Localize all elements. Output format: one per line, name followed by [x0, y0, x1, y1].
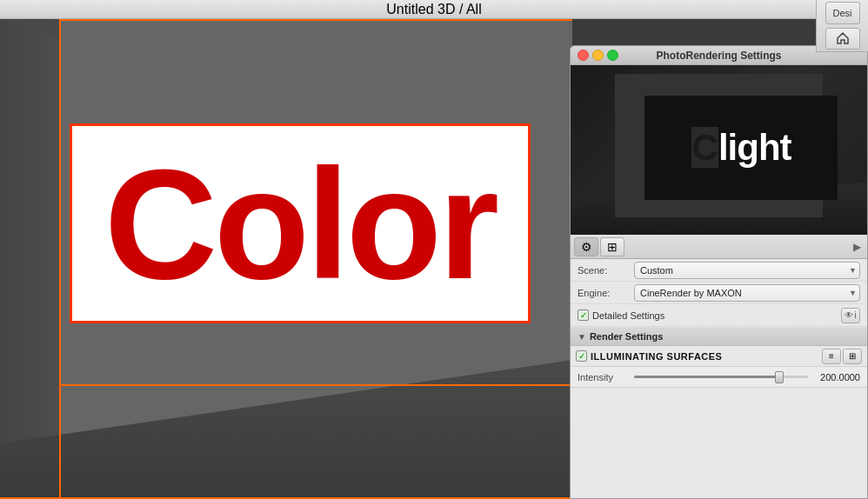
title-bar-text: Untitled 3D / All	[386, 2, 481, 17]
gear-icon: ⚙	[581, 240, 592, 254]
panel-title: PhotoRendering Settings	[657, 50, 782, 62]
engine-label: Engine:	[578, 288, 634, 298]
illuminating-checkbox[interactable]: ✓	[576, 350, 587, 362]
settings-tab[interactable]: ⚙	[574, 237, 598, 256]
toolbar-icon-button[interactable]	[825, 28, 860, 50]
viewport: Color	[0, 19, 572, 499]
list-icon: ≡	[829, 351, 834, 361]
section-expand-arrow: ▼	[578, 332, 586, 342]
window-minimize-button[interactable]	[592, 50, 604, 61]
panel-controls: ⚙ ⊞ ▶ Scene: Custom ▼ Engine: CineRender…	[571, 235, 867, 498]
list-view-button[interactable]: ≡	[822, 349, 841, 364]
detailed-checkbox-wrapper: ✓ Detailed Settings	[578, 309, 841, 321]
illuminating-checkmark: ✓	[578, 351, 585, 361]
eye-icon: 👁	[845, 310, 853, 320]
preview-c-letter: C	[691, 127, 718, 168]
grid-view-button[interactable]: ⊞	[843, 349, 862, 364]
edge-line-vertical	[59, 19, 61, 499]
tab-arrow[interactable]: ▶	[850, 237, 864, 256]
intensity-value: 200.0000	[808, 372, 860, 383]
detailed-settings-row: ✓ Detailed Settings 👁 i	[571, 304, 867, 327]
edge-line-ceiling	[59, 19, 572, 21]
edge-line-floor	[59, 384, 572, 386]
illuminating-buttons: ≡ ⊞	[822, 349, 862, 364]
render-settings-header[interactable]: ▼ Render Settings	[571, 327, 867, 346]
grid-icon: ⊞	[607, 240, 618, 254]
scene-select-wrapper: Custom ▼	[634, 262, 860, 279]
render-settings-label: Render Settings	[590, 331, 663, 342]
engine-select-wrapper: CineRender by MAXON ▼	[634, 284, 860, 302]
eye-info-button[interactable]: 👁 i	[841, 308, 860, 323]
illuminating-surfaces-row: ✓ ILLUMINATING SURFACES ≡ ⊞	[571, 346, 867, 367]
home-icon	[836, 31, 850, 45]
scene-select[interactable]: Custom	[634, 262, 860, 279]
table-icon: ⊞	[849, 351, 856, 361]
detailed-settings-label: Detailed Settings	[592, 310, 664, 321]
intensity-slider-wrapper	[634, 376, 808, 378]
title-bar: Untitled 3D / All	[0, 0, 868, 19]
desi-label: Desi	[832, 8, 851, 18]
preview-sign: Clight	[644, 96, 838, 200]
slider-thumb[interactable]	[775, 371, 784, 383]
grid-tab[interactable]: ⊞	[600, 237, 624, 256]
window-maximize-button[interactable]	[607, 50, 618, 61]
scene-row: Scene: Custom ▼	[571, 259, 867, 282]
detailed-settings-checkbox[interactable]: ✓	[578, 309, 589, 321]
engine-row: Engine: CineRender by MAXON ▼	[571, 282, 867, 304]
intensity-slider[interactable]	[634, 376, 808, 378]
panel-tabs: ⚙ ⊞ ▶	[571, 235, 867, 259]
scene-label: Scene:	[578, 265, 634, 276]
engine-select[interactable]: CineRender by MAXON	[634, 284, 860, 302]
desi-button[interactable]: Desi	[825, 2, 860, 24]
3d-room: Color	[0, 19, 572, 499]
preview-room: Clight	[571, 65, 867, 235]
render-preview: Clight	[571, 65, 867, 235]
color-sign: Color	[70, 123, 531, 323]
intensity-row: Intensity 200.0000	[571, 367, 867, 388]
preview-text: Clight	[691, 127, 791, 169]
photo-rendering-panel: PhotoRendering Settings Clight ⚙	[570, 45, 868, 499]
illuminating-label: ILLUMINATING SURFACES	[591, 351, 822, 362]
intensity-label: Intensity	[578, 372, 634, 383]
checkmark-icon: ✓	[580, 310, 587, 320]
color-sign-text: Color	[104, 134, 496, 314]
preview-light-text: light	[718, 127, 791, 168]
window-close-button[interactable]	[578, 50, 589, 61]
info-icon: i	[854, 310, 856, 320]
top-right-toolbar: Desi	[816, 0, 868, 52]
